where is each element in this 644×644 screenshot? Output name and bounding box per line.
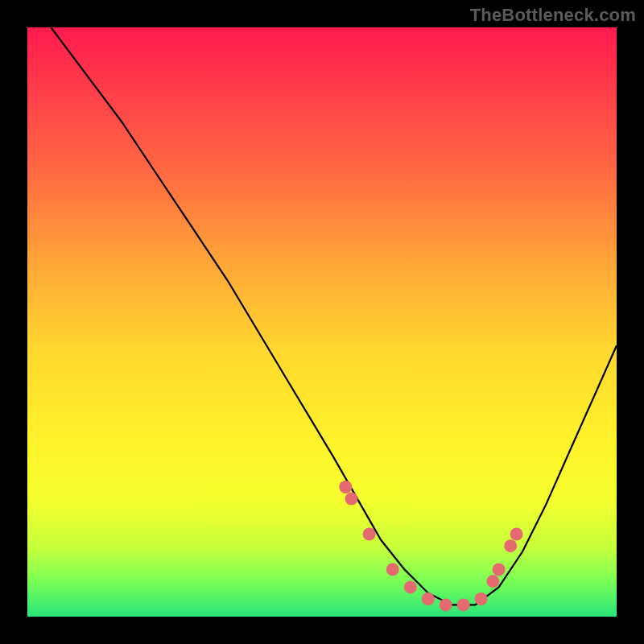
marker-point [440,598,452,611]
marker-point [510,528,523,541]
highlight-markers [339,481,522,611]
marker-point [493,563,506,576]
marker-point [457,598,470,611]
marker-point [404,580,417,593]
marker-point [345,493,358,506]
bottleneck-curve [51,27,617,605]
chart-frame: TheBottleneck.com [0,0,644,644]
marker-point [386,563,399,576]
marker-point [422,592,435,605]
marker-point [363,528,376,541]
marker-point [475,592,488,605]
marker-point [486,575,499,588]
chart-svg [27,27,617,617]
marker-point [339,481,352,493]
marker-point [504,539,517,552]
watermark-text: TheBottleneck.com [470,5,636,26]
chart-plot-area [27,27,617,617]
